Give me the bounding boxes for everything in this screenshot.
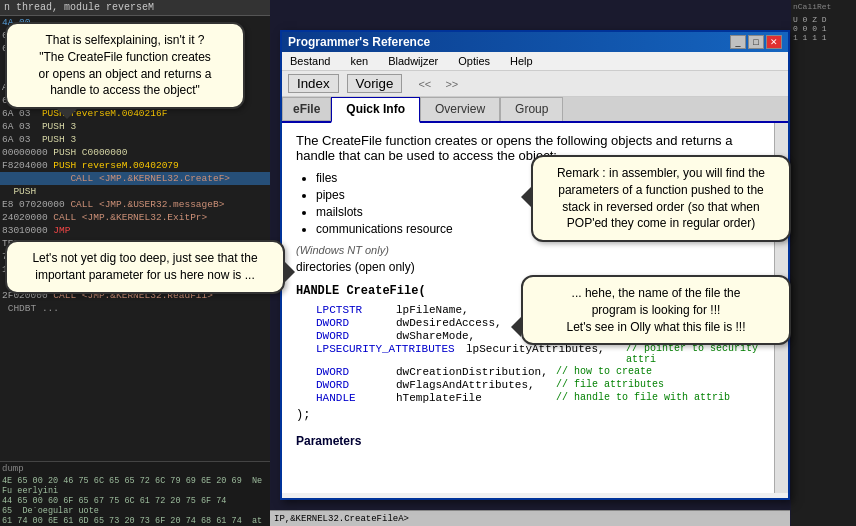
maximize-button[interactable]: □ xyxy=(748,35,764,49)
menu-ken[interactable]: ken xyxy=(346,54,372,68)
tab-bar: eFile Quick Info Overview Group xyxy=(282,97,788,123)
asm-line: 83010000 JMP xyxy=(0,224,270,237)
menu-bestand[interactable]: Bestand xyxy=(286,54,334,68)
minimize-button[interactable]: _ xyxy=(730,35,746,49)
right-panel: nCaliRet U 0 Z D0 0 0 11 1 1 1 xyxy=(791,0,856,526)
bubble-bottom-left: Let's not yet dig too deep, just see tha… xyxy=(5,240,285,294)
index-button[interactable]: Index xyxy=(288,74,339,93)
window-titlebar: Programmer's Reference _ □ ✕ xyxy=(282,32,788,52)
asm-line: E8 07020000 CALL <JMP.&USER32.messageB> xyxy=(0,198,270,211)
param-row: DWORD dwCreationDistribution, // how to … xyxy=(296,366,774,378)
asm-line: PUSH xyxy=(0,185,270,198)
asm-line: 24020000 CALL <JMP.&KERNEL32.ExitPr> xyxy=(0,211,270,224)
nav-arrows: << >> xyxy=(418,78,458,90)
tab-overview[interactable]: Overview xyxy=(420,97,500,121)
close-paren: ); xyxy=(296,408,774,422)
menu-opties[interactable]: Opties xyxy=(454,54,494,68)
param-row: DWORD dwFlagsAndAttributes, // file attr… xyxy=(296,379,774,391)
bubble-text: Let's not yet dig too deep, just see tha… xyxy=(32,251,257,282)
tab-file[interactable]: eFile xyxy=(282,97,331,121)
tab-group[interactable]: Group xyxy=(500,97,563,121)
window-title: Programmer's Reference xyxy=(288,35,430,49)
prev-button[interactable]: Vorige xyxy=(347,74,403,93)
status-text: IP,&KERNEL32.CreateFileA> xyxy=(274,514,409,524)
menubar: Bestand ken Bladwijzer Opties Help xyxy=(282,52,788,71)
param-row: HANDLE hTemplateFile // handle to file w… xyxy=(296,392,774,404)
status-bar: IP,&KERNEL32.CreateFileA> xyxy=(270,510,790,526)
menu-bladwijzer[interactable]: Bladwijzer xyxy=(384,54,442,68)
asm-line: F8204000 PUSH reverseM.00402079 xyxy=(0,159,270,172)
dir-note: directories (open only) xyxy=(296,260,774,274)
asm-titlebar: n thread, module reverseM xyxy=(0,0,270,16)
asm-line: 00000000 PUSH C0000000 xyxy=(0,146,270,159)
bubble-top-right: Remark : in assembler, you will find the… xyxy=(531,155,791,242)
close-button[interactable]: ✕ xyxy=(766,35,782,49)
asm-line: CHDBT ... xyxy=(0,302,270,315)
bubble-top-left: That is selfexplaining, isn't it ? "The … xyxy=(5,22,245,109)
navbar: Index Vorige << >> xyxy=(282,71,788,97)
next-arrow[interactable]: >> xyxy=(445,78,458,90)
dump-panel: dump 4E 65 00 20 46 75 6C 65 65 72 6C 79… xyxy=(0,461,270,526)
params-heading: Parameters xyxy=(296,434,774,448)
tab-quick-info[interactable]: Quick Info xyxy=(331,97,420,123)
reference-window: Programmer's Reference _ □ ✕ Bestand ken… xyxy=(280,30,790,500)
bubble-text: That is selfexplaining, isn't it ? "The … xyxy=(39,33,212,97)
asm-line: CALL <JMP.&KERNEL32.CreateF> xyxy=(0,172,270,185)
bubble-text: Remark : in assembler, you will find the… xyxy=(557,166,765,230)
param-row: LPSECURITY_ATTRIBUTES lpSecurityAttribut… xyxy=(296,343,774,365)
prev-arrow[interactable]: << xyxy=(418,78,431,90)
bubble-text: ... hehe, the name of the file the progr… xyxy=(566,286,745,334)
menu-help[interactable]: Help xyxy=(506,54,537,68)
asm-line: 6A 03 PUSH 3 xyxy=(0,133,270,146)
bubble-bottom-right: ... hehe, the name of the file the progr… xyxy=(521,275,791,345)
window-controls[interactable]: _ □ ✕ xyxy=(730,35,782,49)
nt-note: (Windows NT only) xyxy=(296,244,774,256)
asm-line: 6A 03 PUSH 3 xyxy=(0,120,270,133)
